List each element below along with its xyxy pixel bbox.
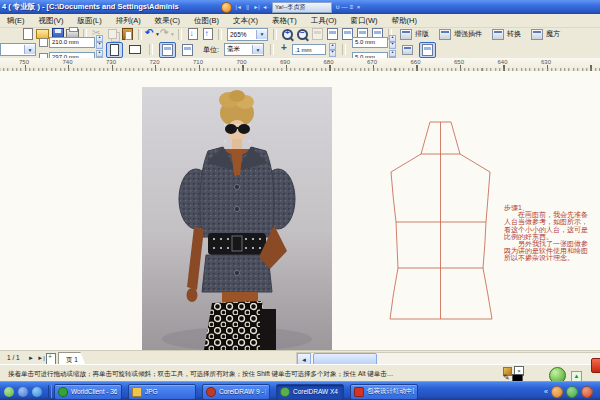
portrait-button[interactable]: [106, 42, 123, 58]
menu-item[interactable]: 排列(A): [109, 16, 148, 26]
redo-button[interactable]: ▼: [160, 28, 175, 41]
redo-icon: [160, 29, 170, 40]
player-song-label: Ya!--李贞贤: [272, 2, 332, 13]
dropdown-arrow-icon[interactable]: ▼: [170, 31, 175, 37]
ruler-label: 720: [150, 59, 160, 65]
duplicate-x-field[interactable]: 5.0 mm: [352, 37, 388, 48]
nudge-spinner[interactable]: ▲▼: [329, 43, 336, 57]
ruler-label: 690: [280, 59, 290, 65]
export-button[interactable]: [200, 28, 215, 41]
status-bar: 接着单击可进行拖动或缩放；再单击可旋转或倾斜；双击工具，可选择所有对象；按住 S…: [0, 364, 600, 382]
current-page-button[interactable]: [179, 42, 196, 58]
mini-player[interactable]: |◄||►|◄∙ Ya!--李贞贤 ∪—≡×: [221, 1, 362, 13]
ruler-label: 680: [324, 59, 334, 65]
toolbar-separator: [218, 29, 222, 40]
plugin-button[interactable]: 魔方: [526, 28, 565, 40]
menu-item[interactable]: 文本(X): [226, 16, 265, 26]
combo-arrow-icon[interactable]: ▼: [24, 45, 35, 54]
zoom-in-button[interactable]: [280, 28, 295, 41]
taskbar-button[interactable]: 包装设计红动中国: [350, 384, 418, 400]
snap-button[interactable]: [399, 42, 416, 58]
new-document-button[interactable]: [20, 28, 35, 41]
system-tray: «: [540, 386, 600, 398]
options-icon: [422, 44, 433, 56]
horizontal-ruler[interactable]: 750740730720710700690680670660650640630: [0, 58, 600, 72]
plugin-icon: [400, 29, 412, 40]
copy-button[interactable]: [105, 28, 120, 41]
taskbar-button-icon: [354, 387, 364, 397]
quicklaunch-show-desktop-icon[interactable]: [18, 387, 28, 397]
paper-size-combo[interactable]: ▼: [0, 43, 36, 56]
menu-item[interactable]: 表格(T): [265, 16, 304, 26]
menu-item[interactable]: 位图(B): [187, 16, 226, 26]
export-icon: [203, 28, 213, 40]
last-page-button[interactable]: ►|: [36, 353, 46, 363]
tray-icon-red[interactable]: [581, 386, 593, 398]
nudge-field[interactable]: .1 mm: [292, 44, 326, 55]
player-next-icon[interactable]: ►|: [252, 2, 261, 12]
landscape-button[interactable]: [126, 42, 143, 58]
portrait-icon: [110, 44, 119, 56]
menu-item[interactable]: 视图(V): [32, 16, 71, 26]
undo-button[interactable]: ▼: [145, 28, 160, 41]
plugin-label: 魔方: [546, 29, 560, 39]
menu-item[interactable]: 辑(E): [0, 16, 32, 26]
combo-arrow-icon[interactable]: ▼: [252, 45, 263, 54]
menu-item[interactable]: 工具(O): [304, 16, 344, 26]
taskbar-button-label: CorelDRAW X4 (: [293, 388, 340, 395]
taskbar-button-icon: [58, 387, 68, 397]
player-logo-icon[interactable]: [221, 2, 232, 13]
player-playlist-button[interactable]: ≡: [348, 2, 355, 12]
player-volume-icon[interactable]: ◄∙: [261, 2, 270, 12]
tray-icon-orange[interactable]: [551, 386, 563, 398]
ruler-label: 700: [237, 59, 247, 65]
annotation-text[interactable]: 步骤1、 在画图前，我会先准备 人台当做参考，如图所示， 看这个小小的人台，这可…: [504, 204, 600, 266]
menu-item[interactable]: 窗口(W): [344, 16, 385, 26]
toolbar-separator: [273, 29, 277, 40]
nudge-icon: [280, 45, 289, 54]
new-document-icon: [23, 28, 33, 40]
tray-chevron-icon[interactable]: «: [544, 388, 548, 395]
floating-red-icon[interactable]: [591, 358, 600, 373]
quicklaunch-ie-icon[interactable]: [32, 387, 42, 397]
player-close-button[interactable]: ×: [355, 2, 362, 12]
player-prev-icon[interactable]: |◄: [234, 2, 243, 12]
page-width-field[interactable]: 210.0 mm: [49, 37, 95, 48]
next-page-button[interactable]: ►: [26, 353, 36, 363]
taskbar-button[interactable]: CorelDRAW 9 - [2: [202, 384, 270, 400]
plugin-button[interactable]: 转换: [487, 28, 526, 40]
drawing-canvas[interactable]: 步骤1、 在画图前，我会先准备 人台当做参考，如图所示， 看这个小小的人台，这可…: [0, 71, 600, 350]
taskbar-button[interactable]: WorldClient - 36: [54, 384, 122, 400]
taskbar-button[interactable]: JPG: [128, 384, 196, 400]
zoom-level-combo[interactable]: 265%▼: [227, 28, 268, 41]
player-pause-icon[interactable]: ||: [243, 2, 252, 12]
zoom-selected-button[interactable]: [310, 28, 325, 41]
combo-arrow-icon[interactable]: ▼: [256, 30, 267, 39]
landscape-icon: [129, 45, 141, 54]
page-width-spinner[interactable]: ▲▼: [96, 35, 103, 49]
menu-item[interactable]: 版面(L): [71, 16, 109, 26]
options-button[interactable]: [419, 42, 436, 58]
player-main-window-button[interactable]: ∪: [334, 2, 341, 12]
zoom-all-objects-button[interactable]: [325, 28, 340, 41]
paste-button[interactable]: [120, 28, 135, 41]
taskbar-button-icon: [206, 387, 216, 397]
quicklaunch-360-icon[interactable]: [4, 387, 14, 397]
taskbar-separator: [48, 385, 52, 398]
duplicate-x-spinner[interactable]: ▲▼: [389, 35, 396, 49]
units-label: 单位:: [203, 45, 219, 55]
plugin-button[interactable]: 增强插件: [434, 28, 487, 40]
units-combo[interactable]: 毫米 ▼: [224, 43, 264, 56]
taskbar-button[interactable]: CorelDRAW X4 (: [276, 384, 344, 400]
menu-item[interactable]: 效果(C): [148, 16, 187, 26]
plugin-button[interactable]: 排版: [395, 28, 434, 40]
all-pages-button[interactable]: [159, 42, 176, 58]
zoom-out-button[interactable]: [295, 28, 310, 41]
mannequin-sketch[interactable]: [380, 112, 495, 324]
zoom-selected-icon: [312, 28, 323, 40]
player-minimize-button[interactable]: —: [341, 2, 348, 12]
import-button[interactable]: [185, 28, 200, 41]
fashion-photo[interactable]: [142, 87, 332, 350]
tray-icon-green[interactable]: [566, 386, 578, 398]
menu-item[interactable]: 帮助(H): [385, 16, 424, 26]
